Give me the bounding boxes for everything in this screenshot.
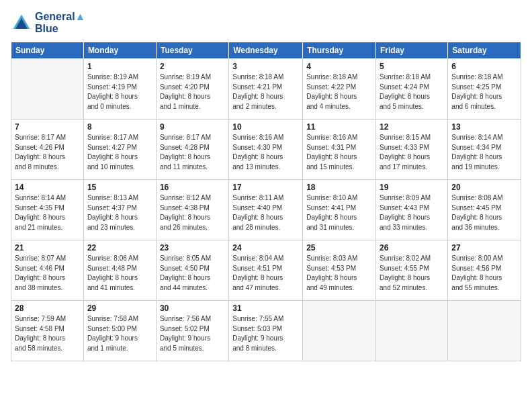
day-number: 17	[232, 183, 299, 192]
day-info: Sunrise: 8:17 AM Sunset: 4:27 PM Dayligh…	[87, 133, 152, 172]
page: General▲ Blue SundayMondayTuesdayWednesd…	[0, 0, 532, 411]
dow-header-monday: Monday	[83, 42, 156, 59]
calendar-cell	[303, 301, 376, 361]
day-info: Sunrise: 8:10 AM Sunset: 4:41 PM Dayligh…	[306, 193, 372, 232]
day-number: 16	[160, 183, 225, 192]
logo-text: General▲ Blue	[35, 11, 85, 35]
day-number: 10	[232, 122, 299, 132]
calendar-cell: 29Sunrise: 7:58 AM Sunset: 5:00 PM Dayli…	[83, 301, 156, 361]
day-info: Sunrise: 8:18 AM Sunset: 4:24 PM Dayligh…	[380, 73, 444, 111]
dow-header-thursday: Thursday	[303, 42, 376, 59]
day-info: Sunrise: 7:56 AM Sunset: 5:02 PM Dayligh…	[160, 314, 225, 353]
day-info: Sunrise: 8:12 AM Sunset: 4:38 PM Dayligh…	[160, 193, 225, 232]
calendar-cell: 21Sunrise: 8:07 AM Sunset: 4:46 PM Dayli…	[11, 240, 84, 301]
day-number: 20	[451, 183, 517, 192]
week-row: 21Sunrise: 8:07 AM Sunset: 4:46 PM Dayli…	[11, 240, 521, 301]
day-info: Sunrise: 8:09 AM Sunset: 4:43 PM Dayligh…	[380, 193, 444, 232]
day-number: 29	[87, 304, 152, 313]
day-info: Sunrise: 7:58 AM Sunset: 5:00 PM Dayligh…	[87, 314, 152, 353]
calendar-cell: 9Sunrise: 8:17 AM Sunset: 4:28 PM Daylig…	[156, 120, 228, 180]
day-info: Sunrise: 8:14 AM Sunset: 4:35 PM Dayligh…	[15, 193, 80, 232]
week-row: 1Sunrise: 8:19 AM Sunset: 4:19 PM Daylig…	[11, 59, 521, 120]
day-info: Sunrise: 8:18 AM Sunset: 4:21 PM Dayligh…	[232, 73, 299, 111]
logo: General▲ Blue	[11, 11, 85, 35]
calendar-cell: 20Sunrise: 8:08 AM Sunset: 4:45 PM Dayli…	[448, 180, 521, 240]
day-number: 30	[160, 304, 225, 313]
day-info: Sunrise: 8:02 AM Sunset: 4:55 PM Dayligh…	[380, 254, 444, 293]
day-number: 4	[306, 62, 372, 71]
day-info: Sunrise: 8:07 AM Sunset: 4:46 PM Dayligh…	[15, 254, 80, 293]
calendar-cell: 12Sunrise: 8:15 AM Sunset: 4:33 PM Dayli…	[376, 120, 448, 180]
day-number: 12	[380, 122, 444, 132]
day-number: 21	[15, 243, 80, 253]
header: General▲ Blue	[11, 11, 521, 35]
day-number: 9	[160, 122, 225, 132]
day-number: 11	[306, 122, 372, 132]
day-number: 6	[451, 62, 517, 71]
day-info: Sunrise: 8:17 AM Sunset: 4:26 PM Dayligh…	[15, 133, 80, 172]
week-row: 28Sunrise: 7:59 AM Sunset: 4:58 PM Dayli…	[11, 301, 521, 361]
day-info: Sunrise: 8:19 AM Sunset: 4:20 PM Dayligh…	[160, 73, 225, 111]
day-number: 5	[380, 62, 444, 71]
calendar-cell: 17Sunrise: 8:11 AM Sunset: 4:40 PM Dayli…	[229, 180, 303, 240]
day-info: Sunrise: 8:18 AM Sunset: 4:22 PM Dayligh…	[306, 73, 372, 111]
day-number: 14	[15, 183, 80, 192]
day-info: Sunrise: 8:16 AM Sunset: 4:31 PM Dayligh…	[306, 133, 372, 172]
day-info: Sunrise: 8:08 AM Sunset: 4:45 PM Dayligh…	[451, 193, 517, 232]
day-info: Sunrise: 8:03 AM Sunset: 4:53 PM Dayligh…	[306, 254, 372, 293]
calendar-cell: 11Sunrise: 8:16 AM Sunset: 4:31 PM Dayli…	[303, 120, 376, 180]
day-number: 18	[306, 183, 372, 192]
calendar-cell: 23Sunrise: 8:05 AM Sunset: 4:50 PM Dayli…	[156, 240, 228, 301]
calendar-cell: 19Sunrise: 8:09 AM Sunset: 4:43 PM Dayli…	[376, 180, 448, 240]
calendar-cell: 14Sunrise: 8:14 AM Sunset: 4:35 PM Dayli…	[11, 180, 84, 240]
day-info: Sunrise: 8:15 AM Sunset: 4:33 PM Dayligh…	[380, 133, 444, 172]
day-info: Sunrise: 8:19 AM Sunset: 4:19 PM Dayligh…	[87, 73, 152, 111]
calendar-table: SundayMondayTuesdayWednesdayThursdayFrid…	[11, 42, 521, 361]
day-number: 7	[15, 122, 80, 132]
calendar-cell	[448, 301, 521, 361]
calendar-cell: 28Sunrise: 7:59 AM Sunset: 4:58 PM Dayli…	[11, 301, 84, 361]
calendar-cell: 3Sunrise: 8:18 AM Sunset: 4:21 PM Daylig…	[229, 59, 303, 120]
day-info: Sunrise: 7:55 AM Sunset: 5:03 PM Dayligh…	[232, 314, 299, 353]
calendar-cell: 26Sunrise: 8:02 AM Sunset: 4:55 PM Dayli…	[376, 240, 448, 301]
calendar-cell	[11, 59, 84, 120]
week-row: 14Sunrise: 8:14 AM Sunset: 4:35 PM Dayli…	[11, 180, 521, 240]
calendar-cell: 25Sunrise: 8:03 AM Sunset: 4:53 PM Dayli…	[303, 240, 376, 301]
logo-icon	[11, 12, 32, 34]
calendar-cell: 8Sunrise: 8:17 AM Sunset: 4:27 PM Daylig…	[83, 120, 156, 180]
dow-header-wednesday: Wednesday	[229, 42, 303, 59]
day-info: Sunrise: 8:18 AM Sunset: 4:25 PM Dayligh…	[451, 73, 517, 111]
day-number: 1	[87, 62, 152, 71]
calendar-cell: 24Sunrise: 8:04 AM Sunset: 4:51 PM Dayli…	[229, 240, 303, 301]
calendar-cell: 13Sunrise: 8:14 AM Sunset: 4:34 PM Dayli…	[448, 120, 521, 180]
calendar-cell: 18Sunrise: 8:10 AM Sunset: 4:41 PM Dayli…	[303, 180, 376, 240]
day-info: Sunrise: 8:11 AM Sunset: 4:40 PM Dayligh…	[232, 193, 299, 232]
day-info: Sunrise: 7:59 AM Sunset: 4:58 PM Dayligh…	[15, 314, 80, 353]
calendar-cell: 6Sunrise: 8:18 AM Sunset: 4:25 PM Daylig…	[448, 59, 521, 120]
calendar-cell: 31Sunrise: 7:55 AM Sunset: 5:03 PM Dayli…	[229, 301, 303, 361]
day-info: Sunrise: 8:16 AM Sunset: 4:30 PM Dayligh…	[232, 133, 299, 172]
day-number: 23	[160, 243, 225, 253]
day-number: 26	[380, 243, 444, 253]
day-number: 3	[232, 62, 299, 71]
day-info: Sunrise: 8:06 AM Sunset: 4:48 PM Dayligh…	[87, 254, 152, 293]
calendar-cell: 7Sunrise: 8:17 AM Sunset: 4:26 PM Daylig…	[11, 120, 84, 180]
day-number: 25	[306, 243, 372, 253]
day-info: Sunrise: 8:13 AM Sunset: 4:37 PM Dayligh…	[87, 193, 152, 232]
day-info: Sunrise: 8:00 AM Sunset: 4:56 PM Dayligh…	[451, 254, 517, 293]
dow-header-sunday: Sunday	[11, 42, 84, 59]
calendar-cell	[376, 301, 448, 361]
dow-header-saturday: Saturday	[448, 42, 521, 59]
day-info: Sunrise: 8:17 AM Sunset: 4:28 PM Dayligh…	[160, 133, 225, 172]
calendar-cell: 10Sunrise: 8:16 AM Sunset: 4:30 PM Dayli…	[229, 120, 303, 180]
day-number: 15	[87, 183, 152, 192]
day-info: Sunrise: 8:04 AM Sunset: 4:51 PM Dayligh…	[232, 254, 299, 293]
calendar-cell: 5Sunrise: 8:18 AM Sunset: 4:24 PM Daylig…	[376, 59, 448, 120]
calendar-cell: 4Sunrise: 8:18 AM Sunset: 4:22 PM Daylig…	[303, 59, 376, 120]
calendar-cell: 30Sunrise: 7:56 AM Sunset: 5:02 PM Dayli…	[156, 301, 228, 361]
calendar-cell: 15Sunrise: 8:13 AM Sunset: 4:37 PM Dayli…	[83, 180, 156, 240]
day-number: 8	[87, 122, 152, 132]
calendar-cell: 1Sunrise: 8:19 AM Sunset: 4:19 PM Daylig…	[83, 59, 156, 120]
day-number: 22	[87, 243, 152, 253]
day-number: 24	[232, 243, 299, 253]
